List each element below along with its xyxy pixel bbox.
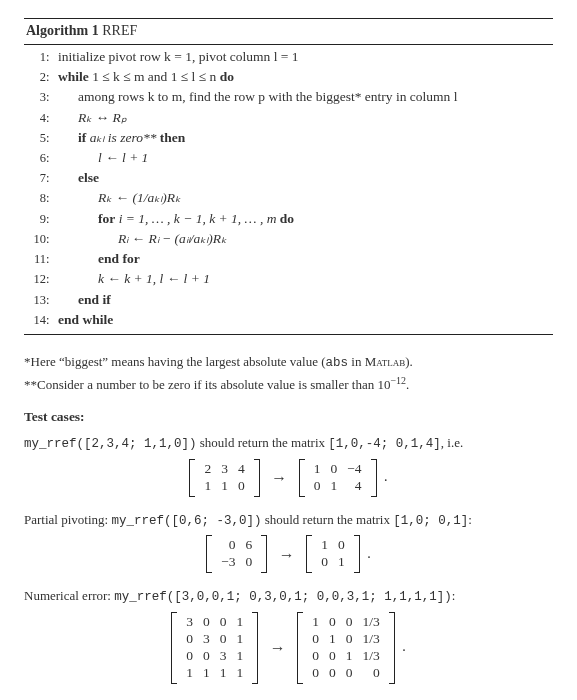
footnotes: *Here “biggest” means having the largest… (24, 353, 553, 394)
algo-line-7: else (54, 169, 99, 187)
matrix-row-2: 06−30 → 1001 . (24, 535, 553, 573)
algo-line-6: l ← l + 1 (54, 149, 148, 167)
algo-line-2: while 1 ≤ k ≤ m and 1 ≤ l ≤ n do (54, 68, 234, 86)
algo-line-4: Rₖ ↔ Rₚ (54, 109, 127, 127)
algo-line-9: for i = 1, … , k − 1, k + 1, … , m do (54, 210, 294, 228)
algo-line-8: Rₖ ← (1/aₖₗ)Rₖ (54, 189, 181, 207)
footnote-star: *Here “biggest” means having the largest… (24, 353, 553, 372)
test-case-2: Partial pivoting: my_rref([0,6; -3,0]) s… (24, 511, 553, 530)
matrix-row-1: 234110 → 10−4014 . (24, 459, 553, 497)
algo-line-14: end while (54, 311, 113, 329)
algorithm-box: Algorithm 1 RREF 1:initialize pivot row … (24, 18, 553, 335)
algorithm-name: RREF (102, 23, 137, 38)
algorithm-title: Algorithm 1 RREF (24, 19, 553, 45)
test-case-1: my_rref([2,3,4; 1,1,0]) should return th… (24, 434, 553, 453)
algorithm-number: Algorithm 1 (26, 23, 99, 38)
algo-line-1: initialize pivot row k = 1, pivot column… (54, 48, 299, 66)
test-case-3: Numerical error: my_rref([3,0,0,1; 0,3,0… (24, 587, 553, 606)
algo-line-5: if aₖₗ is zero** then (54, 129, 185, 147)
algo-line-11: end for (54, 250, 140, 268)
algo-line-3: among rows k to m, find the row p with t… (54, 88, 457, 106)
algo-line-13: end if (54, 291, 111, 309)
matrix-row-3: 3001030100311111 → 1001/30101/30011/3000… (24, 612, 553, 684)
algorithm-body: 1:initialize pivot row k = 1, pivot colu… (24, 45, 553, 334)
algo-line-10: Rᵢ ← Rᵢ − (aᵢₗ/aₖₗ)Rₖ (54, 230, 227, 248)
test-cases-heading: Test cases: (24, 408, 553, 426)
footnote-double-star: **Consider a number to be zero if its ab… (24, 374, 553, 394)
algo-line-12: k ← k + 1, l ← l + 1 (54, 270, 210, 288)
